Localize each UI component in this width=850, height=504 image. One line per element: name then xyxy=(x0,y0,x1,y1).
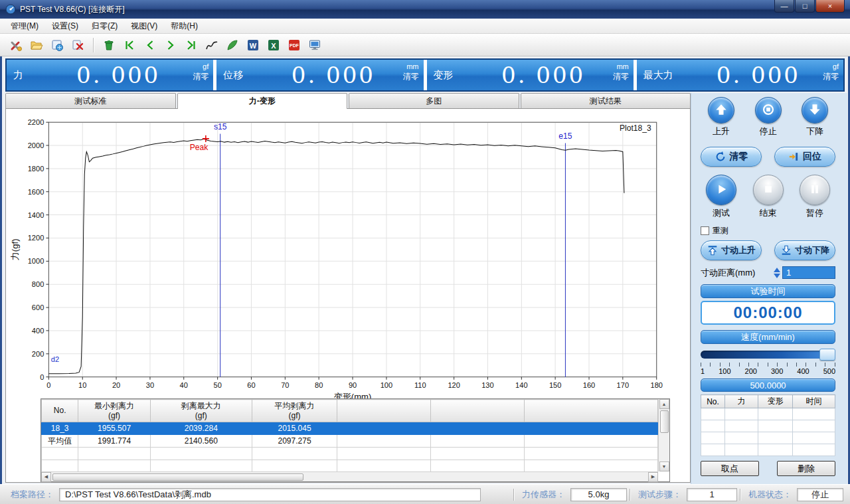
export-pdf-button[interactable]: PDF xyxy=(285,36,303,54)
speed-slider-handle[interactable] xyxy=(819,349,835,361)
export-word-button[interactable]: W xyxy=(244,36,262,54)
speed-slider-track[interactable] xyxy=(701,351,835,359)
vertical-scroll-thumb[interactable] xyxy=(660,410,669,433)
results-horizontal-scrollbar[interactable]: ◀ ▶ xyxy=(41,471,658,481)
toolbar: WXPDF xyxy=(0,34,850,56)
menu-item-manage[interactable]: 管理(M) xyxy=(4,19,45,34)
smooth-curve-button[interactable] xyxy=(223,36,242,54)
inch-distance-input[interactable]: 1 xyxy=(782,266,835,279)
last-record-button[interactable] xyxy=(182,36,201,54)
horizontal-scroll-thumb[interactable] xyxy=(52,473,303,481)
svg-text:40: 40 xyxy=(180,381,188,389)
points-table[interactable]: No.力变形时间 xyxy=(701,394,835,456)
results-row[interactable]: 平均值1991.7742140.5602097.275 xyxy=(42,435,658,448)
tab-multi-plot[interactable]: 多图 xyxy=(349,93,519,108)
move-up-button[interactable] xyxy=(708,97,734,124)
clear-zero-button[interactable]: 清零 xyxy=(701,147,762,167)
tab-test-standard[interactable]: 测试标准 xyxy=(5,93,176,108)
down-arrow-icon xyxy=(808,102,822,119)
test-pause-label: 暂停 xyxy=(806,207,823,219)
menu-item-view[interactable]: 视图(V) xyxy=(124,19,164,34)
retest-checkbox[interactable] xyxy=(701,226,709,235)
svg-text:X: X xyxy=(271,41,276,49)
speed-slider[interactable] xyxy=(701,349,835,361)
readout-displacement-clear-button[interactable]: 清零 xyxy=(403,72,419,82)
take-point-button[interactable]: 取点 xyxy=(701,461,759,476)
first-record-button[interactable] xyxy=(120,36,139,54)
svg-text:180: 180 xyxy=(651,381,663,389)
zero-home-row: 清零 回位 xyxy=(701,147,835,167)
results-header: No. xyxy=(42,400,78,422)
inch-distance-row: 寸动距离(mm) 1 xyxy=(701,266,835,279)
prev-record-button[interactable] xyxy=(141,36,159,54)
readout-deformation-clear-button[interactable]: 清零 xyxy=(613,72,629,82)
return-home-button[interactable]: 回位 xyxy=(774,147,835,167)
curve-view-button[interactable] xyxy=(203,36,221,54)
play-icon xyxy=(713,181,729,199)
spinner-up-icon[interactable] xyxy=(774,268,780,272)
inch-distance-spinner[interactable] xyxy=(774,268,780,278)
readout-max-force-clear-button[interactable]: 清零 xyxy=(823,72,839,82)
inch-up-button[interactable]: 寸动上升 xyxy=(701,240,762,260)
spinner-down-icon[interactable] xyxy=(774,274,780,278)
scroll-down-icon[interactable]: ▼ xyxy=(659,462,669,471)
readout-force-clear-button[interactable]: 清零 xyxy=(193,72,209,82)
menu-item-help[interactable]: 帮助(H) xyxy=(164,19,205,34)
maximize-button[interactable]: □ xyxy=(795,0,815,13)
settings-tools-button[interactable] xyxy=(7,36,25,54)
results-table-area: No.最小剥离力(gf)剥离最大力(gf)平均剥离力(gf)18_31955.5… xyxy=(41,399,658,471)
test-step-value: 1 xyxy=(687,488,737,501)
tab-test-result[interactable]: 测试结果 xyxy=(521,93,691,108)
close-button[interactable]: × xyxy=(815,0,845,13)
menu-item-zero[interactable]: 归零(Z) xyxy=(85,19,124,34)
export-excel-icon: X xyxy=(267,39,280,52)
stop-button[interactable] xyxy=(755,97,782,124)
test-pause-button[interactable] xyxy=(800,175,830,205)
results-header xyxy=(337,400,431,422)
horizontal-scroll-track[interactable] xyxy=(51,472,648,481)
test-start-button[interactable] xyxy=(706,175,736,205)
machine-state-label: 机器状态： xyxy=(748,489,792,501)
delete-record-button[interactable] xyxy=(100,36,118,54)
readout-displacement-value: 0. 000 xyxy=(243,62,423,88)
minimize-button[interactable]: — xyxy=(774,0,794,13)
open-file-button[interactable] xyxy=(27,36,46,54)
device-monitor-button[interactable] xyxy=(305,36,324,54)
results-vertical-scrollbar[interactable]: ▲ ▼ xyxy=(658,399,669,471)
next-record-icon xyxy=(164,39,177,52)
inch-up-label: 寸动上升 xyxy=(721,244,756,256)
speed-scale-label: 100 xyxy=(719,367,730,375)
inch-distance-label: 寸动距离(mm) xyxy=(701,267,774,279)
test-time-header: 试验时间 xyxy=(701,284,835,298)
points-row xyxy=(701,408,835,420)
scroll-up-icon[interactable]: ▲ xyxy=(659,399,669,409)
points-header: 变形 xyxy=(758,395,793,408)
scroll-right-icon[interactable]: ▶ xyxy=(648,472,658,482)
results-table-container: No.最小剥离力(gf)剥离最大力(gf)平均剥离力(gf)18_31955.5… xyxy=(41,398,670,482)
save-report-button[interactable] xyxy=(48,36,66,54)
status-separator xyxy=(630,489,630,501)
results-row[interactable]: 18_31955.5072039.2842015.045 xyxy=(42,422,658,435)
export-excel-button[interactable]: X xyxy=(264,36,283,54)
svg-text:600: 600 xyxy=(32,303,44,311)
results-header: 最小剥离力(gf) xyxy=(78,400,151,422)
results-row-empty xyxy=(42,460,658,472)
move-down-button[interactable] xyxy=(802,97,828,124)
title-bar[interactable]: PST Test V8.66(C) [连接断开] —□× xyxy=(0,0,850,19)
readout-max-force-value: 0. 000 xyxy=(673,62,843,88)
delete-point-button[interactable]: 删除 xyxy=(777,461,835,476)
points-row xyxy=(701,432,835,444)
next-record-button[interactable] xyxy=(161,36,180,54)
menu-item-settings[interactable]: 设置(S) xyxy=(45,19,85,34)
close-report-button[interactable] xyxy=(68,36,87,54)
test-end-button[interactable] xyxy=(753,175,784,205)
machine-state-value: 停止 xyxy=(797,488,843,501)
scroll-left-icon[interactable]: ◀ xyxy=(41,472,51,482)
inch-down-button[interactable]: 寸动下降 xyxy=(774,240,835,260)
readout-displacement-unit: mm xyxy=(403,62,419,72)
retest-checkbox-row[interactable]: 重测 xyxy=(701,225,835,236)
force-deformation-chart: 0102030405060708090100110120130140150160… xyxy=(9,112,687,404)
test-start-label: 测试 xyxy=(713,207,730,219)
tab-force-deformation[interactable]: 力-变形 xyxy=(177,93,348,109)
main-area: 测试标准力-变形多图测试结果 0102030405060708090100110… xyxy=(0,93,850,484)
